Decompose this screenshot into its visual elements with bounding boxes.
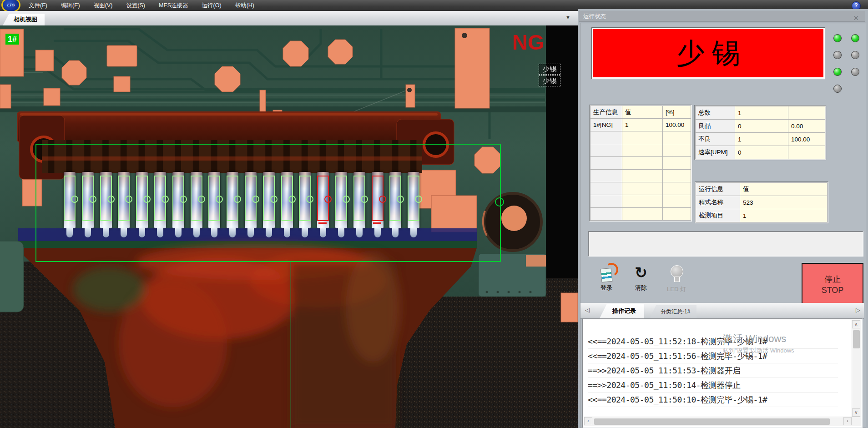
- pin-notch: [125, 196, 132, 203]
- pin-notch: [198, 196, 205, 203]
- solder-pin-tail: [157, 228, 163, 237]
- menu-item-7[interactable]: 帮助(H): [228, 0, 261, 11]
- pin-inspection-box: [299, 176, 311, 221]
- menu-item-5[interactable]: MES连接器: [152, 0, 195, 11]
- tab-camera-view[interactable]: 相机视图: [3, 14, 45, 25]
- pin-notch: [252, 196, 259, 203]
- pin-notch: [216, 196, 223, 203]
- menu-item-2[interactable]: 编辑(E): [54, 0, 87, 11]
- pin-notch: [89, 196, 96, 203]
- clear-label: 清除: [626, 284, 656, 292]
- table-row: [590, 195, 691, 208]
- pin-notch: [161, 196, 169, 203]
- close-icon[interactable]: ✕: [853, 14, 859, 22]
- menu-item-4[interactable]: 设置(S): [119, 0, 152, 11]
- operation-log-list: <<==2024-05-05_11:52:18-检测完毕-少锡-1#<<==20…: [582, 318, 863, 428]
- refresh-icon: ↻: [626, 264, 656, 282]
- status-light-gray: [851, 51, 859, 59]
- status-light-green: [833, 68, 842, 76]
- pin-notch: [397, 196, 404, 203]
- windows-activation-watermark: 激活 Windows: [723, 332, 786, 346]
- pin-inspection-box: [154, 176, 166, 221]
- pin-notch: [234, 196, 241, 203]
- log-entry: <<==2024-05-05_11:50:10-检测完毕-少锡-1#: [588, 393, 838, 407]
- pin-notch: [270, 196, 278, 203]
- log-entry: ==>>2024-05-05_11:50:14-检测器停止: [588, 378, 838, 393]
- solder-pin-tail: [103, 228, 109, 237]
- vertical-scroll-thumb[interactable]: [853, 330, 860, 348]
- log-entry: ==>>2024-05-05_11:51:53-检测器开启: [588, 363, 838, 378]
- message-box[interactable]: [588, 231, 863, 257]
- ng-tick-mark: [373, 222, 381, 224]
- table-row: 不良1100.00: [696, 133, 825, 146]
- table-row: [590, 131, 691, 144]
- clear-button[interactable]: ↻ 清除: [626, 264, 656, 300]
- menu-item-6[interactable]: 运行(O): [195, 0, 228, 11]
- menu-item-1[interactable]: 文件(F): [22, 0, 54, 11]
- stats-table-frame: 总数1 良品00.00 不良1100.00 速率[UPM]0: [694, 105, 826, 160]
- col-header: 生产信息: [590, 106, 622, 119]
- horizontal-scroll-thumb[interactable]: [594, 418, 830, 425]
- col-header: 值: [622, 106, 663, 119]
- solder-pin-tail: [121, 228, 127, 237]
- pin-inspection-box: [64, 176, 76, 221]
- log-entries: <<==2024-05-05_11:52:18-检测完毕-少锡-1#<<==20…: [583, 319, 838, 407]
- tab-operation-log[interactable]: 操作记录: [600, 304, 644, 318]
- login-label: 登录: [592, 284, 621, 292]
- pin-notch: [180, 196, 187, 203]
- col-header: [%]: [663, 106, 691, 119]
- chevron-down-icon[interactable]: ▼: [565, 15, 570, 20]
- status-light-green: [833, 34, 842, 42]
- table-row: 检测项目1: [696, 209, 828, 222]
- pin-inspection-box: [100, 176, 112, 221]
- tab-scroll-right-icon[interactable]: ▷: [856, 307, 860, 313]
- scroll-up-icon[interactable]: ∧: [852, 320, 860, 328]
- led-light-button[interactable]: LED 灯: [662, 264, 691, 300]
- table-row: [590, 182, 691, 195]
- status-lights: [833, 34, 859, 101]
- log-entry: <<==2024-05-05_11:52:18-检测完毕-少锡-1#: [588, 334, 838, 349]
- horizontal-scrollbar[interactable]: ‹ ›: [584, 417, 861, 426]
- scroll-right-icon[interactable]: ›: [843, 417, 852, 425]
- status-light-gray: [833, 85, 842, 93]
- pin-notch: [71, 196, 78, 203]
- solder-pin-tail: [356, 228, 363, 237]
- light-row: [833, 68, 859, 76]
- badge-icon: [600, 265, 613, 282]
- table-header-row: 运行信息值: [696, 183, 828, 196]
- status-light-green: [851, 34, 859, 42]
- log-tab-strip: ◁ 操作记录 分类汇总-1# ▷: [580, 303, 864, 319]
- ng-tick-mark: [318, 222, 327, 224]
- scroll-left-icon[interactable]: ‹: [584, 417, 592, 425]
- menu-item-3[interactable]: 视图(V): [87, 0, 120, 11]
- status-light-gray: [833, 51, 842, 59]
- defect-tag: 少锡: [539, 76, 560, 86]
- solder-pin-tail: [410, 228, 417, 237]
- table-row: 总数1: [696, 106, 825, 120]
- solder-pin-tail: [229, 228, 236, 237]
- production-table: 生产信息 值 [%] 1#[NG] 1 100.00: [590, 106, 691, 221]
- table-row: 良品00.00: [696, 120, 825, 133]
- pin-notch: [306, 196, 313, 203]
- table-row: 速率[UPM]0: [696, 146, 825, 159]
- pin-inspection-box: [208, 176, 220, 221]
- solder-pin-tail: [374, 228, 381, 237]
- login-button[interactable]: 登录: [592, 264, 621, 300]
- stop-button[interactable]: 停止 STOP: [802, 263, 863, 307]
- tab-classification-summary[interactable]: 分类汇总-1#: [650, 305, 696, 318]
- pin-notch: [107, 196, 115, 203]
- pin-inspection-overlay: [0, 25, 578, 428]
- pin-inspection-box: [335, 176, 347, 221]
- solder-pin-tail: [247, 228, 254, 237]
- pin-inspection-box: [82, 176, 94, 221]
- tab-scroll-left-icon[interactable]: ◁: [585, 307, 590, 313]
- vertical-scrollbar[interactable]: ∧ ∨: [852, 320, 861, 417]
- defect-tag: 少锡: [539, 64, 560, 75]
- scroll-down-icon[interactable]: ∨: [852, 408, 860, 417]
- camera-tab-bar: 相机视图 ▼: [0, 11, 578, 26]
- stop-label-en: STOP: [822, 285, 844, 296]
- run-status-panel: 运行状态 ✕ 少锡 生产信息 值 [%] 1#[NG] 1 100.00 总数1…: [578, 9, 868, 428]
- led-label: LED 灯: [662, 285, 691, 293]
- camera-live-view: 1# NG 少锡 少锡: [0, 25, 578, 428]
- runinfo-table: 运行信息值 程式名称523 检测项目1: [696, 182, 828, 222]
